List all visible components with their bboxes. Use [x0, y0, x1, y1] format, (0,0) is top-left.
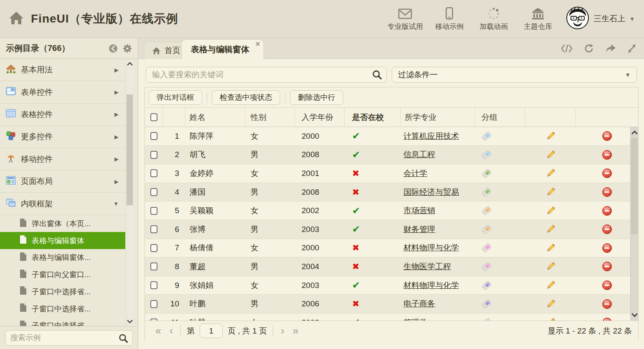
- row-checkbox[interactable]: [150, 300, 157, 308]
- sidebar-group-3[interactable]: 表格控件▶: [0, 104, 125, 126]
- row-checkbox[interactable]: [150, 151, 157, 159]
- page-number-input[interactable]: [200, 324, 223, 338]
- delete-icon[interactable]: [602, 150, 612, 160]
- first-page-button[interactable]: «: [151, 326, 165, 336]
- row-checkbox[interactable]: [150, 169, 157, 177]
- edit-pencil-icon[interactable]: [545, 206, 556, 216]
- edit-pencil-icon[interactable]: [545, 299, 556, 309]
- grid-button-3[interactable]: 删除选中行: [290, 90, 343, 105]
- expand-icon[interactable]: [627, 44, 636, 53]
- major-link[interactable]: 电子商务: [401, 298, 435, 309]
- row-checkbox[interactable]: [150, 132, 157, 140]
- code-icon[interactable]: [561, 44, 573, 53]
- scrollbar-thumb[interactable]: [127, 94, 133, 205]
- major-link[interactable]: 计算机应用技术: [401, 131, 459, 142]
- column-header-enrolled[interactable]: 是否在校: [345, 108, 401, 127]
- edit-pencil-icon[interactable]: [545, 280, 556, 290]
- edit-pencil-icon[interactable]: [545, 224, 556, 234]
- column-header-num[interactable]: [163, 108, 185, 127]
- sidebar-item-2[interactable]: 表格与编辑窗体: [0, 232, 125, 249]
- sidebar-item-4[interactable]: 子窗口向父窗口...: [0, 266, 125, 283]
- edit-pencil-icon[interactable]: [545, 243, 556, 253]
- column-header-check[interactable]: [145, 108, 163, 127]
- delete-icon[interactable]: [602, 317, 612, 321]
- sidebar-group-2[interactable]: 表单控件▶: [0, 81, 125, 103]
- major-link[interactable]: 管理学: [401, 317, 427, 321]
- major-link[interactable]: 材料物理与化学: [401, 242, 459, 253]
- major-link[interactable]: 生物医学工程: [401, 261, 451, 272]
- column-header-year[interactable]: 入学年份: [295, 108, 345, 127]
- collapse-sidebar-icon[interactable]: [109, 44, 118, 53]
- select-all-checkbox[interactable]: [150, 113, 157, 121]
- major-link[interactable]: 财务管理: [401, 224, 435, 235]
- last-page-button[interactable]: »: [289, 326, 303, 336]
- header-action-mobile[interactable]: 移动示例: [427, 6, 472, 31]
- delete-icon[interactable]: [602, 299, 612, 309]
- sidebar-group-7[interactable]: 内联框架▼: [0, 193, 125, 215]
- user-menu[interactable]: 三生石上 ▼: [566, 6, 635, 31]
- header-action-bank[interactable]: 主题仓库: [516, 6, 560, 31]
- row-checkbox[interactable]: [150, 281, 157, 289]
- header-action-spinner[interactable]: 加载动画: [472, 6, 516, 31]
- sidebar-group-6[interactable]: 页面布局▶: [0, 171, 125, 193]
- sidebar-search-input[interactable]: [5, 334, 132, 342]
- delete-icon[interactable]: [602, 224, 612, 234]
- tag-icon[interactable]: [482, 187, 492, 197]
- edit-pencil-icon[interactable]: [545, 150, 556, 160]
- delete-icon[interactable]: [602, 261, 612, 272]
- tag-icon[interactable]: [482, 206, 492, 216]
- grid-button-2[interactable]: 检查选中项状态: [212, 90, 280, 105]
- close-icon[interactable]: ✕: [255, 41, 261, 48]
- scroll-down-icon[interactable]: [631, 311, 638, 320]
- edit-pencil-icon[interactable]: [545, 261, 556, 272]
- tab-grid-edit-window[interactable]: 表格与编辑窗体 ✕: [181, 39, 264, 59]
- tag-icon[interactable]: [482, 280, 492, 290]
- column-header-major[interactable]: 所学专业: [401, 108, 475, 127]
- delete-icon[interactable]: [602, 131, 612, 141]
- column-header-group[interactable]: 分组: [475, 108, 525, 127]
- scroll-down-icon[interactable]: [126, 317, 133, 326]
- major-link[interactable]: 国际经济与贸易: [401, 187, 459, 198]
- row-checkbox[interactable]: [150, 244, 157, 252]
- edit-pencil-icon[interactable]: [545, 187, 556, 197]
- row-checkbox[interactable]: [150, 225, 157, 233]
- delete-icon[interactable]: [602, 280, 612, 290]
- tag-icon[interactable]: [482, 262, 492, 272]
- edit-pencil-icon[interactable]: [545, 317, 556, 321]
- next-page-button[interactable]: ›: [276, 326, 288, 336]
- column-header-name[interactable]: 姓名: [185, 108, 245, 127]
- column-header-gender[interactable]: 性别: [245, 108, 295, 127]
- sidebar-item-5[interactable]: 子窗口中选择省...: [0, 283, 125, 300]
- tag-icon[interactable]: [482, 318, 492, 321]
- sidebar-group-5[interactable]: 移动控件▶: [0, 148, 125, 171]
- edit-pencil-icon[interactable]: [545, 168, 556, 178]
- share-icon[interactable]: [605, 44, 616, 53]
- home-icon[interactable]: [8, 11, 24, 27]
- delete-icon[interactable]: [602, 243, 612, 253]
- tag-icon[interactable]: [482, 168, 492, 178]
- tag-icon[interactable]: [482, 131, 492, 141]
- scroll-up-icon[interactable]: [631, 128, 638, 137]
- tag-icon[interactable]: [482, 299, 492, 309]
- major-link[interactable]: 信息工程: [401, 149, 435, 160]
- search-icon[interactable]: [119, 334, 128, 345]
- sidebar-scrollbar[interactable]: [126, 59, 133, 326]
- edit-pencil-icon[interactable]: [545, 131, 556, 141]
- tag-icon[interactable]: [482, 150, 492, 160]
- major-link[interactable]: 会计学: [401, 168, 427, 179]
- tag-icon[interactable]: [482, 224, 492, 234]
- sidebar-item-6[interactable]: 子窗口中选择省...: [0, 300, 125, 317]
- prev-page-button[interactable]: ‹: [165, 326, 177, 336]
- filter-dropdown[interactable]: 过滤条件一 ▼: [392, 67, 637, 83]
- sidebar-item-3[interactable]: 表格与编辑窗体...: [0, 249, 125, 266]
- scrollbar-thumb[interactable]: [631, 138, 638, 234]
- grid-scrollbar[interactable]: [630, 127, 638, 321]
- sidebar-item-1[interactable]: 弹出窗体（本页...: [0, 215, 125, 232]
- scroll-up-icon[interactable]: [126, 59, 133, 68]
- row-checkbox[interactable]: [150, 318, 157, 321]
- grid-button-1[interactable]: 弹出对话框: [149, 90, 202, 105]
- column-header-edit[interactable]: [525, 108, 576, 127]
- sidebar-group-4[interactable]: 更多控件▶: [0, 126, 125, 148]
- header-action-envelope[interactable]: 专业版试用: [383, 6, 427, 31]
- major-link[interactable]: 市场营销: [401, 205, 435, 216]
